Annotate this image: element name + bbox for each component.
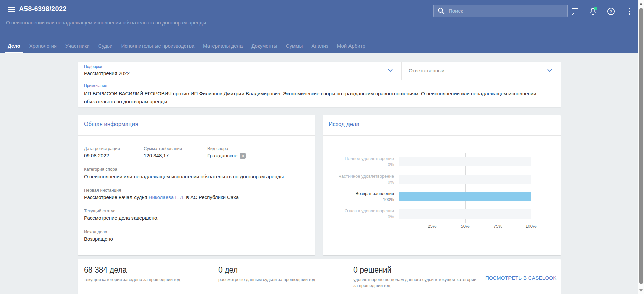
stat-item: 0 делрассмотрено данным судьей за прошед… xyxy=(218,265,315,283)
chart-category-label: Полное удовлетворение0% xyxy=(323,153,394,170)
chart-bar xyxy=(399,192,531,201)
dispute-type-badge: п xyxy=(240,153,246,159)
outcome-chart-card: Исход дела Полное удовлетворение0%Частич… xyxy=(323,115,561,255)
tab-bar: ДелоХронологияУчастникиСудьиИсполнительн… xyxy=(5,43,368,53)
notification-badge xyxy=(594,7,597,10)
note-label: Примечание xyxy=(84,83,551,88)
gridline xyxy=(531,153,531,223)
x-tick-label: 50% xyxy=(461,224,469,229)
header-actions: ? xyxy=(570,6,634,17)
page-title: А58-6398/2022 xyxy=(19,5,67,13)
responsible-label: Ответственный xyxy=(409,68,444,74)
field-status: Текущий статус Рассмотрение дела заверше… xyxy=(84,208,308,222)
tab-4[interactable]: Исполнительные производства xyxy=(118,43,197,53)
scroll-up-arrow[interactable] xyxy=(639,3,643,5)
caselook-link[interactable]: ПОСМОТРЕТЬ В CASELOOK xyxy=(485,275,557,281)
field-category: Категория спора О неисполнении или ненад… xyxy=(84,167,308,180)
menu-icon[interactable] xyxy=(8,7,15,12)
tab-0[interactable]: Дело xyxy=(5,43,23,53)
outcome-chart: Полное удовлетворение0%Частичное удовлет… xyxy=(323,153,561,223)
card-title: Исход дела xyxy=(329,121,359,128)
chart-bar-track xyxy=(399,175,531,184)
search-box[interactable] xyxy=(433,5,568,17)
more-menu-icon[interactable] xyxy=(625,7,634,16)
general-info-card: Общая информация Дата регистрации 09.08.… xyxy=(78,115,315,255)
chart-category-label: Частичное удовлетворение0% xyxy=(323,170,394,188)
collections-label: Подборки xyxy=(84,64,102,69)
note-text: ИП БОРИСОВ ВАСИЛИЙ ЕГОРОВИЧ против ИП Фи… xyxy=(84,90,551,106)
filters-card: Подборки Рассмотрения 2022 Ответственный… xyxy=(78,62,561,107)
scroll-down-arrow[interactable] xyxy=(639,289,643,292)
tab-2[interactable]: Участники xyxy=(62,43,93,53)
field-claim-amount: Сумма требований 120 348,17 xyxy=(144,146,207,159)
page-subtitle: О неисполнении или ненадлежащем исполнен… xyxy=(6,20,206,26)
field-reg-date: Дата регистрации 09.08.2022 xyxy=(84,146,144,159)
chevron-down-icon[interactable] xyxy=(388,69,393,72)
stat-item: 68 384 делатекущей категории заведено за… xyxy=(84,265,180,283)
chart-labels: Полное удовлетворение0%Частичное удовлет… xyxy=(323,153,399,223)
card-title: Общая информация xyxy=(84,121,138,128)
tab-9[interactable]: Мой Арбитр xyxy=(334,43,368,53)
judge-link[interactable]: Николаева Г. Л. xyxy=(149,194,185,200)
responsible-dropdown[interactable]: Ответственный xyxy=(402,62,561,80)
chart-plot xyxy=(399,153,531,223)
chart-category-label: Отказ в удовлетворении0% xyxy=(323,205,394,223)
x-tick-label: 100% xyxy=(525,224,536,229)
help-icon[interactable]: ? xyxy=(606,7,616,16)
chart-bar-track xyxy=(399,157,531,166)
chart-bar-track xyxy=(399,209,531,219)
header: А58-6398/2022 О неисполнении или ненадле… xyxy=(0,0,638,53)
field-first-instance: Первая инстанция Рассмотрение начал судь… xyxy=(84,188,308,201)
tab-1[interactable]: Хронология xyxy=(26,43,60,53)
tab-8[interactable]: Анализ xyxy=(308,43,331,53)
chat-icon[interactable] xyxy=(570,7,580,16)
scrollbar[interactable] xyxy=(638,0,644,294)
field-dispute-type: Вид спора Гражданскоеп xyxy=(207,146,246,159)
stats-card: 68 384 делатекущей категории заведено за… xyxy=(78,259,561,294)
tab-6[interactable]: Документы xyxy=(248,43,280,53)
note-section: Примечание ИП БОРИСОВ ВАСИЛИЙ ЕГОРОВИЧ п… xyxy=(78,80,561,106)
chart-x-axis: 25%50%75%100% xyxy=(399,224,531,230)
chevron-down-icon[interactable] xyxy=(547,69,552,72)
tab-7[interactable]: Суммы xyxy=(283,43,306,53)
tab-3[interactable]: Судьи xyxy=(95,43,116,53)
chart-bar-track xyxy=(399,192,531,201)
chart-category-label: Возврат заявления100% xyxy=(323,188,394,205)
notifications-icon[interactable] xyxy=(588,7,598,16)
x-tick-label: 75% xyxy=(494,224,502,229)
x-tick-label: 25% xyxy=(428,224,436,229)
scrollbar-thumb[interactable] xyxy=(639,8,643,284)
collections-dropdown[interactable]: Подборки Рассмотрения 2022 xyxy=(78,62,402,80)
search-icon xyxy=(438,7,445,14)
tab-5[interactable]: Материалы дела xyxy=(200,43,246,53)
stat-item: 0 решенийудовлетворено по делам данного … xyxy=(353,265,478,289)
search-input[interactable] xyxy=(449,8,563,14)
collections-value: Рассмотрения 2022 xyxy=(84,70,130,76)
field-outcome: Исход дела Возвращено xyxy=(84,229,308,242)
